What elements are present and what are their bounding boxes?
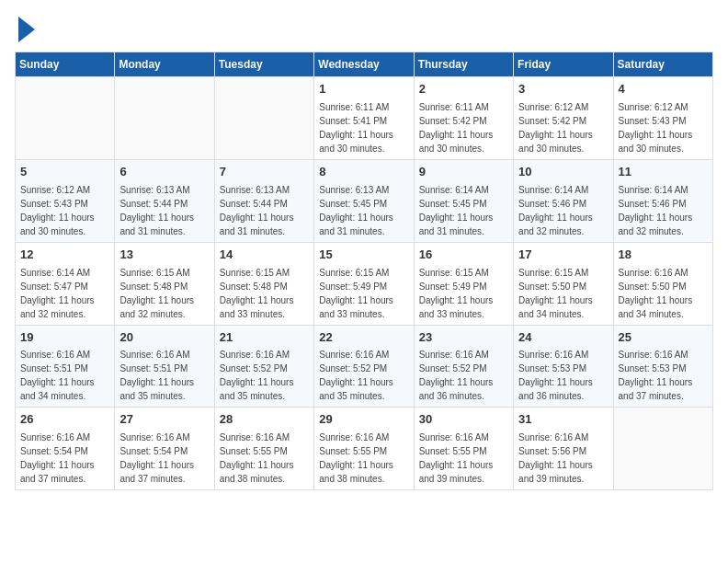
page-header [15, 15, 713, 42]
day-number: 2 [419, 81, 508, 98]
column-header-wednesday: Wednesday [314, 52, 414, 77]
day-number: 17 [518, 247, 608, 264]
day-number: 31 [518, 411, 608, 429]
day-info: Sunrise: 6:16 AM Sunset: 5:55 PM Dayligh… [220, 431, 309, 486]
calendar-header-row: SundayMondayTuesdayWednesdayThursdayFrid… [16, 52, 713, 77]
calendar-cell: 7Sunrise: 6:13 AM Sunset: 5:44 PM Daylig… [214, 159, 313, 242]
calendar-week-row: 1Sunrise: 6:11 AM Sunset: 5:41 PM Daylig… [16, 77, 713, 160]
day-info: Sunrise: 6:16 AM Sunset: 5:54 PM Dayligh… [119, 431, 209, 486]
day-number: 12 [20, 247, 109, 264]
day-number: 3 [518, 81, 608, 98]
column-header-sunday: Sunday [16, 52, 115, 77]
day-info: Sunrise: 6:13 AM Sunset: 5:44 PM Dayligh… [220, 183, 309, 238]
day-number: 11 [619, 164, 708, 181]
day-number: 21 [220, 329, 309, 347]
calendar-cell [214, 77, 313, 160]
day-info: Sunrise: 6:12 AM Sunset: 5:42 PM Dayligh… [518, 100, 608, 155]
calendar-cell: 16Sunrise: 6:15 AM Sunset: 5:49 PM Dayli… [414, 242, 513, 325]
calendar-cell: 11Sunrise: 6:14 AM Sunset: 5:46 PM Dayli… [613, 159, 712, 242]
calendar-week-row: 19Sunrise: 6:16 AM Sunset: 5:51 PM Dayli… [16, 325, 713, 408]
day-info: Sunrise: 6:16 AM Sunset: 5:53 PM Dayligh… [619, 348, 708, 403]
day-info: Sunrise: 6:16 AM Sunset: 5:56 PM Dayligh… [518, 431, 608, 486]
calendar-cell: 30Sunrise: 6:16 AM Sunset: 5:55 PM Dayli… [414, 408, 513, 490]
day-number: 9 [419, 164, 508, 181]
logo [15, 15, 35, 42]
calendar-cell: 27Sunrise: 6:16 AM Sunset: 5:54 PM Dayli… [115, 408, 214, 490]
calendar-cell: 23Sunrise: 6:16 AM Sunset: 5:52 PM Dayli… [414, 325, 513, 408]
day-number: 24 [518, 329, 608, 347]
calendar-cell: 26Sunrise: 6:16 AM Sunset: 5:54 PM Dayli… [16, 408, 115, 490]
day-number: 7 [220, 164, 309, 181]
calendar-cell: 10Sunrise: 6:14 AM Sunset: 5:46 PM Dayli… [514, 159, 613, 242]
day-number: 18 [619, 247, 708, 264]
day-number: 4 [619, 81, 708, 98]
day-info: Sunrise: 6:15 AM Sunset: 5:48 PM Dayligh… [220, 266, 309, 321]
day-info: Sunrise: 6:12 AM Sunset: 5:43 PM Dayligh… [20, 183, 109, 238]
calendar-cell: 19Sunrise: 6:16 AM Sunset: 5:51 PM Dayli… [16, 325, 115, 408]
day-info: Sunrise: 6:12 AM Sunset: 5:43 PM Dayligh… [619, 100, 708, 155]
day-number: 26 [20, 411, 109, 429]
day-number: 22 [319, 329, 408, 347]
day-number: 25 [619, 329, 708, 347]
column-header-saturday: Saturday [613, 52, 712, 77]
day-number: 10 [518, 164, 608, 181]
calendar-cell: 25Sunrise: 6:16 AM Sunset: 5:53 PM Dayli… [613, 325, 712, 408]
calendar-cell [613, 408, 712, 490]
calendar-week-row: 26Sunrise: 6:16 AM Sunset: 5:54 PM Dayli… [16, 408, 713, 490]
day-info: Sunrise: 6:14 AM Sunset: 5:45 PM Dayligh… [419, 183, 508, 238]
day-info: Sunrise: 6:14 AM Sunset: 5:46 PM Dayligh… [619, 183, 708, 238]
day-info: Sunrise: 6:14 AM Sunset: 5:46 PM Dayligh… [518, 183, 608, 238]
day-info: Sunrise: 6:15 AM Sunset: 5:50 PM Dayligh… [518, 266, 608, 321]
calendar-table: SundayMondayTuesdayWednesdayThursdayFrid… [15, 52, 713, 490]
column-header-tuesday: Tuesday [214, 52, 313, 77]
day-number: 13 [119, 247, 209, 264]
calendar-cell: 13Sunrise: 6:15 AM Sunset: 5:48 PM Dayli… [115, 242, 214, 325]
column-header-friday: Friday [514, 52, 613, 77]
day-info: Sunrise: 6:13 AM Sunset: 5:44 PM Dayligh… [119, 183, 209, 238]
calendar-week-row: 12Sunrise: 6:14 AM Sunset: 5:47 PM Dayli… [16, 242, 713, 325]
day-info: Sunrise: 6:15 AM Sunset: 5:49 PM Dayligh… [319, 266, 408, 321]
calendar-cell [16, 77, 115, 160]
calendar-cell: 22Sunrise: 6:16 AM Sunset: 5:52 PM Dayli… [314, 325, 414, 408]
day-number: 29 [319, 411, 408, 429]
day-info: Sunrise: 6:11 AM Sunset: 5:41 PM Dayligh… [319, 100, 408, 155]
calendar-cell: 21Sunrise: 6:16 AM Sunset: 5:52 PM Dayli… [214, 325, 313, 408]
day-info: Sunrise: 6:16 AM Sunset: 5:52 PM Dayligh… [419, 348, 508, 403]
calendar-cell: 28Sunrise: 6:16 AM Sunset: 5:55 PM Dayli… [214, 408, 313, 490]
day-info: Sunrise: 6:15 AM Sunset: 5:48 PM Dayligh… [119, 266, 209, 321]
calendar-cell: 12Sunrise: 6:14 AM Sunset: 5:47 PM Dayli… [16, 242, 115, 325]
day-info: Sunrise: 6:16 AM Sunset: 5:51 PM Dayligh… [20, 348, 109, 403]
day-number: 16 [419, 247, 508, 264]
day-number: 14 [220, 247, 309, 264]
day-info: Sunrise: 6:16 AM Sunset: 5:55 PM Dayligh… [419, 431, 508, 486]
logo-arrow-icon [18, 17, 35, 42]
day-number: 30 [419, 411, 508, 429]
calendar-cell: 5Sunrise: 6:12 AM Sunset: 5:43 PM Daylig… [16, 159, 115, 242]
day-info: Sunrise: 6:16 AM Sunset: 5:52 PM Dayligh… [220, 348, 309, 403]
day-info: Sunrise: 6:16 AM Sunset: 5:52 PM Dayligh… [319, 348, 408, 403]
column-header-thursday: Thursday [414, 52, 513, 77]
calendar-cell: 17Sunrise: 6:15 AM Sunset: 5:50 PM Dayli… [514, 242, 613, 325]
calendar-cell: 15Sunrise: 6:15 AM Sunset: 5:49 PM Dayli… [314, 242, 414, 325]
day-number: 23 [419, 329, 508, 347]
day-info: Sunrise: 6:16 AM Sunset: 5:53 PM Dayligh… [518, 348, 608, 403]
day-number: 8 [319, 164, 408, 181]
day-number: 19 [20, 329, 109, 347]
calendar-cell: 18Sunrise: 6:16 AM Sunset: 5:50 PM Dayli… [613, 242, 712, 325]
calendar-cell: 9Sunrise: 6:14 AM Sunset: 5:45 PM Daylig… [414, 159, 513, 242]
calendar-cell: 8Sunrise: 6:13 AM Sunset: 5:45 PM Daylig… [314, 159, 414, 242]
calendar-cell: 14Sunrise: 6:15 AM Sunset: 5:48 PM Dayli… [214, 242, 313, 325]
day-info: Sunrise: 6:16 AM Sunset: 5:51 PM Dayligh… [119, 348, 209, 403]
calendar-cell: 1Sunrise: 6:11 AM Sunset: 5:41 PM Daylig… [314, 77, 414, 160]
day-info: Sunrise: 6:14 AM Sunset: 5:47 PM Dayligh… [20, 266, 109, 321]
calendar-cell: 6Sunrise: 6:13 AM Sunset: 5:44 PM Daylig… [115, 159, 214, 242]
calendar-cell: 20Sunrise: 6:16 AM Sunset: 5:51 PM Dayli… [115, 325, 214, 408]
day-info: Sunrise: 6:16 AM Sunset: 5:54 PM Dayligh… [20, 431, 109, 486]
day-number: 27 [119, 411, 209, 429]
day-number: 1 [319, 81, 408, 98]
day-info: Sunrise: 6:16 AM Sunset: 5:55 PM Dayligh… [319, 431, 408, 486]
calendar-week-row: 5Sunrise: 6:12 AM Sunset: 5:43 PM Daylig… [16, 159, 713, 242]
day-number: 5 [20, 164, 109, 181]
day-number: 20 [119, 329, 209, 347]
column-header-monday: Monday [115, 52, 214, 77]
